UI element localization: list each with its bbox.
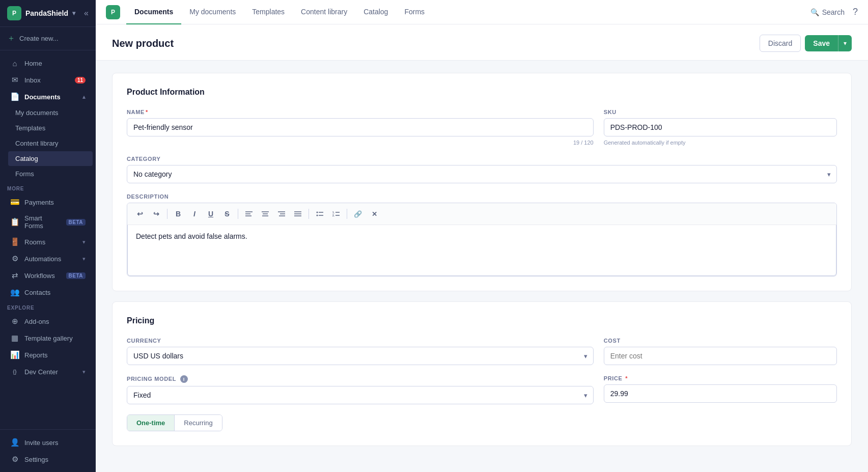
sidebar-item-label: Inbox xyxy=(24,76,41,84)
pricing-model-info-icon[interactable]: i xyxy=(180,375,188,383)
help-icon[interactable]: ? xyxy=(853,7,858,17)
automations-arrow-icon: ▾ xyxy=(82,256,86,262)
sidebar-item-reports[interactable]: 📊 Reports xyxy=(3,347,93,363)
align-justify-button[interactable] xyxy=(290,207,305,221)
align-center-button[interactable] xyxy=(258,207,273,221)
page-content: New product Discard Save ▾ Product Infor… xyxy=(96,24,868,472)
toolbar-divider-1 xyxy=(167,209,167,219)
currency-select[interactable]: USD US dollars xyxy=(127,347,594,365)
sidebar-item-catalog[interactable]: Catalog xyxy=(8,151,93,166)
save-button[interactable]: Save xyxy=(805,35,838,51)
currency-label: CURRENCY xyxy=(127,338,594,344)
pricing-model-select[interactable]: Fixed xyxy=(127,386,594,404)
align-right-button[interactable] xyxy=(274,207,289,221)
topnav-item-templates[interactable]: Templates xyxy=(244,0,293,24)
sidebar-item-settings[interactable]: ⚙ Settings xyxy=(3,451,93,467)
undo-button[interactable]: ↩ xyxy=(132,207,148,221)
sku-hint: Generated automatically if empty xyxy=(604,140,837,146)
sidebar-item-dev-center[interactable]: {} Dev Center ▾ xyxy=(3,364,93,380)
sku-group: SKU Generated automatically if empty xyxy=(604,109,837,146)
inbox-badge: 11 xyxy=(75,77,86,84)
description-group: DESCRIPTION ↩ ↪ B I U S xyxy=(127,193,837,276)
sidebar-bottom: 👤 Invite users ⚙ Settings xyxy=(0,429,96,472)
topnav-item-documents[interactable]: Documents xyxy=(126,0,181,24)
align-left-button[interactable] xyxy=(241,207,257,221)
list-unordered-button[interactable] xyxy=(312,207,327,221)
italic-button[interactable]: I xyxy=(187,207,202,221)
sidebar-item-contacts[interactable]: 👥 Contacts xyxy=(3,284,93,300)
sidebar-item-templates[interactable]: Templates xyxy=(8,121,93,135)
description-editor-body[interactable]: Detect pets and avoid false alarms. xyxy=(127,225,836,276)
description-editor: ↩ ↪ B I U S xyxy=(127,203,837,276)
category-row: CATEGORY No category xyxy=(127,156,837,183)
sidebar-item-inbox[interactable]: ✉ Inbox 11 xyxy=(3,72,93,88)
price-group: PRICE * xyxy=(604,375,837,404)
automations-icon: ⚙ xyxy=(10,254,19,263)
list-ordered-button[interactable]: 1.2. xyxy=(328,207,344,221)
pricing-model-price-row: PRICING MODEL i Fixed PRICE * xyxy=(127,375,837,404)
sidebar-item-automations[interactable]: ⚙ Automations ▾ xyxy=(3,251,93,267)
svg-text:2.: 2. xyxy=(332,214,335,217)
reports-icon: 📊 xyxy=(10,350,19,359)
automations-label: Automations xyxy=(24,255,61,263)
sidebar-item-forms[interactable]: Forms xyxy=(8,166,93,181)
sidebar-nav: ⌂ Home ✉ Inbox 11 📄 Documents ▴ My docum… xyxy=(0,50,96,429)
link-button[interactable]: 🔗 xyxy=(350,207,366,221)
discard-button[interactable]: Discard xyxy=(760,35,801,52)
bold-button[interactable]: B xyxy=(171,207,186,221)
sidebar-item-home[interactable]: ⌂ Home xyxy=(3,55,93,71)
topnav-right: 🔍 Search ? xyxy=(810,7,858,17)
cost-input[interactable] xyxy=(604,347,837,365)
sidebar-documents-label: Documents xyxy=(24,93,61,101)
sidebar-item-smart-forms[interactable]: 📋 Smart Forms BETA xyxy=(3,211,93,233)
topnav-item-catalog[interactable]: Catalog xyxy=(355,0,396,24)
my-documents-label: My documents xyxy=(15,109,59,117)
cost-group: COST xyxy=(604,338,837,365)
save-dropdown-button[interactable]: ▾ xyxy=(838,35,852,51)
sidebar-item-template-gallery[interactable]: ▦ Template gallery xyxy=(3,330,93,346)
strikethrough-button[interactable]: S xyxy=(219,207,235,221)
price-input[interactable] xyxy=(604,384,837,403)
dev-center-arrow-icon: ▾ xyxy=(82,369,86,375)
sidebar-item-content-library[interactable]: Content library xyxy=(8,136,93,151)
name-input[interactable] xyxy=(127,118,594,136)
underline-button[interactable]: U xyxy=(203,207,218,221)
workflows-label: Workflows xyxy=(24,272,55,280)
recurring-tab[interactable]: Recurring xyxy=(175,415,221,431)
brand-chevron-icon[interactable]: ▾ xyxy=(72,10,75,17)
sidebar-item-payments[interactable]: 💳 Payments xyxy=(3,194,93,210)
sidebar-item-my-documents[interactable]: My documents xyxy=(8,105,93,120)
topnav-item-content-library[interactable]: Content library xyxy=(293,0,355,24)
sku-input[interactable] xyxy=(604,118,837,136)
forms-label: Forms xyxy=(15,170,34,178)
rooms-label: Rooms xyxy=(24,238,45,246)
one-time-tab[interactable]: One-time xyxy=(127,415,175,431)
create-new-button[interactable]: ＋ Create new... xyxy=(0,27,96,50)
pricing-title: Pricing xyxy=(127,316,837,325)
topnav-search[interactable]: 🔍 Search xyxy=(810,8,845,16)
rooms-icon: 🚪 xyxy=(10,237,19,246)
category-select-wrapper: No category xyxy=(127,165,837,183)
pricing-section: Pricing CURRENCY USD US dollars COST xyxy=(112,301,852,446)
smart-forms-beta: BETA xyxy=(66,219,86,226)
sidebar-item-invite-users[interactable]: 👤 Invite users xyxy=(3,434,93,451)
sidebar-collapse-icon[interactable]: « xyxy=(84,9,89,18)
save-group: Save ▾ xyxy=(805,35,852,51)
name-required: * xyxy=(146,109,148,115)
topnav-item-my-documents[interactable]: My documents xyxy=(181,0,244,24)
product-info-title: Product Information xyxy=(127,88,837,97)
redo-button[interactable]: ↪ xyxy=(149,207,164,221)
toolbar-divider-4 xyxy=(347,209,347,219)
topnav-item-forms[interactable]: Forms xyxy=(396,0,433,24)
clear-format-button[interactable]: ✕ xyxy=(367,207,382,221)
sidebar-item-rooms[interactable]: 🚪 Rooms ▾ xyxy=(3,234,93,250)
create-new-label: Create new... xyxy=(19,35,59,42)
reports-label: Reports xyxy=(24,351,48,359)
payments-icon: 💳 xyxy=(10,198,19,207)
sidebar-item-documents[interactable]: 📄 Documents ▴ xyxy=(3,89,93,105)
pricing-model-select-wrapper: Fixed xyxy=(127,386,594,404)
category-select[interactable]: No category xyxy=(127,165,837,183)
sidebar-item-workflows[interactable]: ⇄ Workflows BETA xyxy=(3,267,93,284)
pricing-tab-group: One-time Recurring xyxy=(127,414,222,431)
sidebar-item-add-ons[interactable]: ⊕ Add-ons xyxy=(3,313,93,329)
